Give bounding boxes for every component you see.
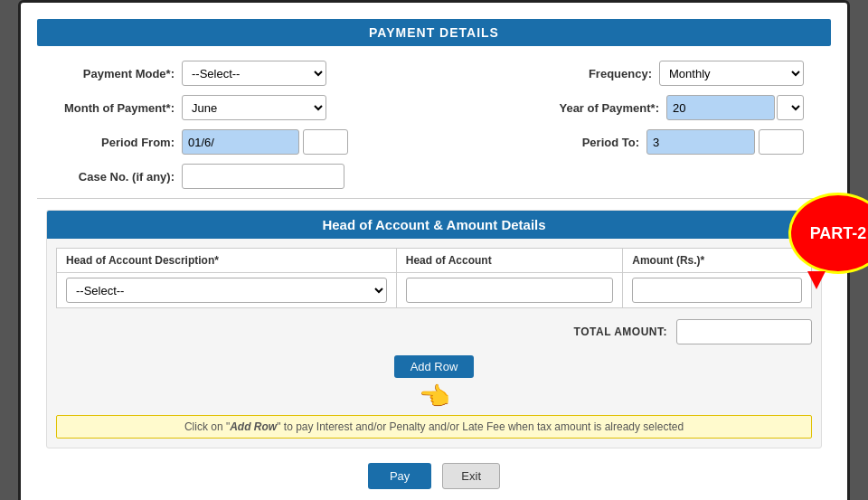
month-group: Month of Payment*: JanuaryFebruaryMarch … [46, 95, 425, 120]
account-cell [396, 273, 623, 308]
total-row: TOTAL AMOUNT: [47, 316, 821, 348]
amount-cell [623, 273, 812, 308]
section-header: PAYMENT DETAILS [37, 19, 831, 46]
payment-mode-select[interactable]: --Select-- Online Offline [182, 61, 326, 86]
account-section-header: Head of Account & Amount Details [47, 211, 821, 239]
exit-button[interactable]: Exit [442, 463, 500, 489]
period-to-group: Period To: [425, 129, 822, 155]
period-from-input[interactable] [182, 129, 299, 155]
row-period: Period From: Period To: [37, 129, 831, 155]
year-label: Year of Payment*: [531, 101, 666, 115]
account-section: Head of Account & Amount Details Head of… [46, 210, 822, 448]
table-row: --Select-- Tax Interest Penalty Late Fee [57, 273, 812, 308]
col-amount-header: Amount (Rs.)* [623, 249, 812, 273]
info-box: Click on "Add Row" to pay Interest and/o… [56, 415, 812, 439]
frequency-select[interactable]: Monthly Quarterly Annually [659, 61, 804, 86]
account-input[interactable] [406, 278, 614, 303]
description-cell: --Select-- Tax Interest Penalty Late Fee [57, 273, 397, 308]
period-to-inputs [646, 129, 804, 155]
divider [37, 198, 831, 199]
account-table-wrapper: Head of Account Description* Head of Acc… [47, 248, 821, 308]
month-label: Month of Payment*: [46, 101, 182, 115]
year-select[interactable] [777, 95, 804, 120]
col-account-header: Head of Account [396, 249, 623, 273]
thumb-icon: 👈 [47, 382, 821, 411]
section-title: PAYMENT DETAILS [369, 25, 499, 40]
bottom-buttons: Pay Exit [37, 463, 831, 489]
row-case-no: Case No. (if any): [37, 164, 831, 189]
year-input[interactable] [666, 95, 775, 120]
period-from-inputs [182, 129, 348, 155]
payment-mode-label: Payment Mode*: [46, 67, 182, 80]
pay-button[interactable]: Pay [368, 463, 431, 489]
year-group: Year of Payment*: [425, 95, 822, 120]
total-amount-label: TOTAL AMOUNT: [574, 325, 667, 338]
total-amount-input [676, 319, 812, 344]
period-from-label: Period From: [46, 136, 182, 149]
part2-text: PART-2 [810, 224, 867, 243]
payment-mode-group: Payment Mode*: --Select-- Online Offline [46, 61, 425, 86]
account-table: Head of Account Description* Head of Acc… [56, 248, 812, 308]
case-no-input[interactable] [182, 164, 344, 189]
period-to-input[interactable] [646, 129, 755, 155]
col-description-header: Head of Account Description* [57, 249, 397, 273]
frequency-label: Frequency: [524, 67, 659, 80]
period-to-label: Period To: [511, 136, 646, 149]
row-payment-mode: Payment Mode*: --Select-- Online Offline… [37, 61, 831, 86]
info-add-row: Add Row [230, 420, 277, 433]
main-container: PART-2 PAYMENT DETAILS Payment Mode*: --… [18, 0, 850, 500]
account-desc-select[interactable]: --Select-- Tax Interest Penalty Late Fee [66, 278, 387, 303]
period-from-year-input[interactable] [303, 129, 348, 155]
case-no-group: Case No. (if any): [46, 164, 822, 189]
period-to-year-input[interactable] [759, 129, 804, 155]
add-row-button[interactable]: Add Row [394, 355, 475, 378]
account-section-title: Head of Account & Amount Details [322, 217, 545, 232]
month-select[interactable]: JanuaryFebruaryMarch AprilMayJune JulyAu… [182, 95, 326, 120]
period-from-group: Period From: [46, 129, 425, 155]
amount-input[interactable] [632, 278, 802, 303]
case-no-label: Case No. (if any): [46, 170, 182, 184]
row-month-year: Month of Payment*: JanuaryFebruaryMarch … [37, 95, 831, 120]
frequency-group: Frequency: Monthly Quarterly Annually [425, 61, 822, 86]
